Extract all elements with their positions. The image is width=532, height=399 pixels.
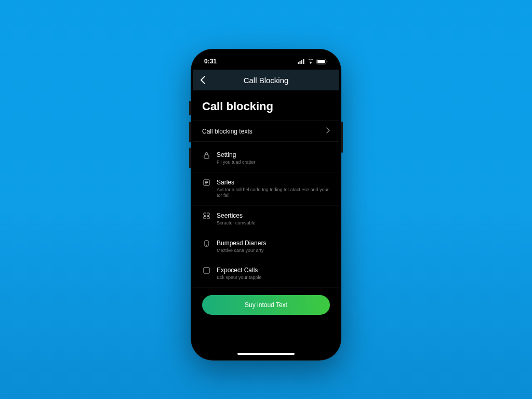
svg-rect-6: [207, 213, 209, 216]
setting-text: Expocect Calls Eck speut your tapple: [217, 267, 330, 281]
primary-action-button[interactable]: Suy intoud Text: [202, 295, 330, 315]
status-time: 0:31: [204, 58, 217, 65]
signal-icon: [297, 59, 305, 64]
battery-icon: [316, 59, 328, 64]
home-indicator[interactable]: [237, 353, 295, 355]
cta-label: Suy intoud Text: [245, 301, 287, 309]
volume-up-button: [189, 122, 191, 142]
setting-label: Sarles: [217, 179, 330, 186]
nav-header: Call Blocking: [193, 70, 339, 90]
setting-desc: Eck speut your tapple: [217, 275, 330, 281]
setting-text: Sarles Aut tor a tall hel carle Ing Indi…: [217, 179, 330, 199]
setting-text: Setting Fil you tuad cratter: [217, 151, 330, 166]
notch: [235, 51, 297, 63]
phone-icon: [202, 240, 210, 248]
setting-desc: Scracter comvable: [217, 220, 330, 227]
svg-point-10: [206, 245, 206, 245]
wifi-icon: [307, 59, 314, 64]
call-blocking-texts-row[interactable]: Call blocking texts: [193, 121, 339, 142]
phone-screen: 0:31 Call Blocking Call blocking: [193, 51, 339, 358]
svg-rect-2: [327, 60, 328, 62]
svg-rect-11: [204, 268, 209, 273]
svg-rect-7: [204, 217, 206, 219]
setting-text: Bumpesd Dianers Meztive cana your arty: [217, 240, 330, 254]
setting-label: Bumpesd Dianers: [217, 240, 330, 247]
checkbox-icon: [202, 267, 210, 275]
svg-rect-3: [204, 155, 209, 158]
setting-item-expocect-calls[interactable]: Expocect Calls Eck speut your tapple: [193, 260, 339, 288]
mute-switch: [189, 101, 191, 115]
setting-item-setting[interactable]: Setting Fil you tuad cratter: [193, 145, 339, 172]
setting-label: Expocect Calls: [217, 267, 330, 274]
status-icons: [297, 59, 328, 64]
setting-item-bumpesd-dianers[interactable]: Bumpesd Dianers Meztive cana your arty: [193, 233, 339, 261]
svg-rect-5: [204, 213, 206, 216]
setting-label: Seertices: [217, 212, 330, 219]
page-title: Call blocking: [193, 90, 339, 121]
power-button: [341, 122, 343, 153]
setting-item-sarles[interactable]: Sarles Aut tor a tall hel carle Ing Indi…: [193, 172, 339, 206]
list-icon: [202, 179, 210, 188]
nav-title: Call Blocking: [200, 76, 332, 85]
setting-desc: Meztive cana your arty: [217, 248, 330, 254]
settings-list: Setting Fil you tuad cratter Sarles Aut …: [193, 142, 339, 291]
setting-desc: Aut tor a tall hel carle Ing Inding tet …: [217, 187, 330, 199]
setting-label: Setting: [217, 151, 330, 158]
phone-frame: 0:31 Call Blocking Call blocking: [191, 49, 341, 361]
setting-item-seertices[interactable]: Seertices Scracter comvable: [193, 206, 339, 233]
volume-down-button: [189, 148, 191, 168]
setting-desc: Fil you tuad cratter: [217, 159, 330, 166]
setting-text: Seertices Scracter comvable: [217, 212, 330, 227]
grid-icon: [202, 212, 210, 221]
lock-icon: [202, 152, 210, 160]
svg-rect-1: [317, 60, 325, 63]
link-row-label: Call blocking texts: [202, 128, 252, 135]
svg-rect-8: [207, 217, 209, 219]
chevron-right-icon: [326, 127, 330, 135]
